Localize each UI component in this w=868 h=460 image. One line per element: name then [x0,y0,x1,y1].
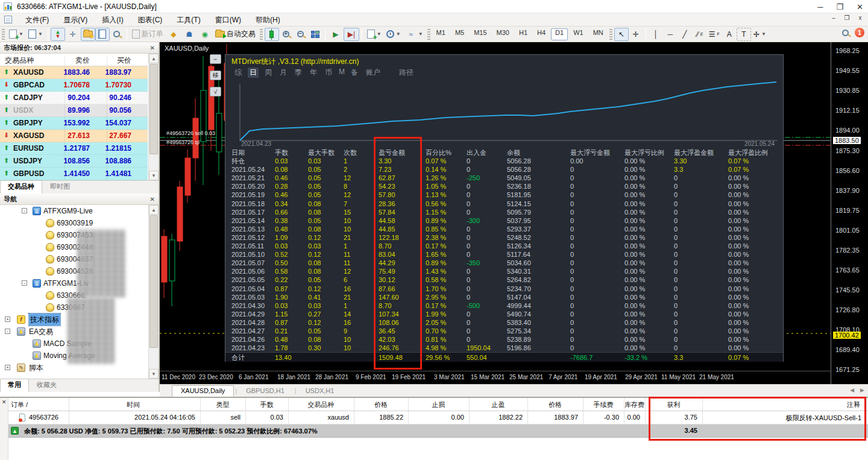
nav-item-3[interactable]: 693002448: [0,241,148,253]
symbol-row-usdjpy[interactable]: ⬆USDJPY108.856108.886 [0,155,148,168]
restore-button[interactable]: ❐ [836,2,843,11]
horizontal-line-icon[interactable]: ─ [663,28,678,41]
new-chart-button[interactable]: +▼ [7,28,26,41]
symbol-row-gbpcad[interactable]: ⬇GBPCAD1.706781.70730 [0,79,148,92]
mdi-restore-button[interactable]: ❐ [843,14,851,21]
scroll-down-icon[interactable]: ▼ [149,171,159,180]
navigator-toggle-button[interactable]: ★ [81,28,95,41]
tabs-scroll-left-icon[interactable]: ◀ [850,387,854,393]
chart-shift-button[interactable]: ▶| [344,28,359,41]
terminal-column-3[interactable]: 手数 [245,400,288,409]
terminal-column-2[interactable]: 类型 [200,400,245,409]
symbol-row-xauusd[interactable]: ⬆XAUUSD1883.461883.97 [0,66,148,79]
menu-item-3[interactable]: 图表(C) [131,13,170,27]
market-watch-close-icon[interactable]: ✕ [150,45,155,51]
terminal-column-0[interactable]: 订单 / [11,400,28,409]
symbol-row-usdx[interactable]: ⬆USDX89.99690.056 [0,104,148,117]
autotrading-button[interactable]: 自动交易 [213,28,258,41]
stats-move-button[interactable]: 移 [210,71,221,80]
channel-icon[interactable]: ⫽E [692,28,706,41]
timeframe-h1[interactable]: H1 [515,28,532,40]
terminal-column-10[interactable]: 库存费 [624,400,645,409]
tab-收藏夹[interactable]: 收藏夹 [29,379,64,392]
candle-chart-button[interactable] [265,28,279,41]
scroll-up-icon[interactable]: ▲ [149,54,159,63]
scroll-down-icon[interactable]: ▼ [149,369,159,379]
symbol-row-gbpusd[interactable]: ⬆GBPUSD1.414501.41481 [0,168,148,180]
stats-tab-年[interactable]: 年 [308,68,319,78]
price-axis[interactable]: 1968.251949.551930.851912.151894.001875.… [831,42,868,384]
timeframe-d1[interactable]: D1 [551,28,568,40]
stats-tab-季[interactable]: 季 [293,68,304,78]
terminal-close-icon[interactable]: ✕ [2,399,7,405]
stats-tab-账户[interactable]: 账户 [364,68,382,78]
chart-tab-USDX-H1[interactable]: USDX,H1 [297,385,344,397]
timeframe-m15[interactable]: M15 [470,28,491,40]
navigator-close-icon[interactable]: ✕ [150,196,155,203]
minimize-button[interactable]: ─ [817,2,823,11]
nav-item-label[interactable]: 脚本 [29,362,43,374]
navigator-scrollbar[interactable]: ▲ ▼ [148,205,159,379]
strategy-tester-button[interactable] [110,28,124,41]
signals-button[interactable]: ◉ [197,28,213,41]
tab-即时图[interactable]: 即时图 [42,180,78,194]
terminal-column-1[interactable]: 时间 [66,400,200,409]
periods-button[interactable]: ▼ [384,28,403,41]
trendline-icon[interactable]: ╱ [678,28,692,41]
menu-item-2[interactable]: 插入(I) [95,13,130,27]
zoom-out-button[interactable]: − [294,28,308,41]
nav-item-0[interactable]: -≣ATFXGM9-Live [0,205,148,217]
nav-item-4[interactable]: 693004837: [0,253,148,265]
expand-icon[interactable]: + [5,317,10,322]
new-order-button[interactable]: 新订单 [130,28,166,41]
collapse-icon[interactable]: - [22,208,27,213]
stats-tab-综[interactable]: 综 [233,68,244,78]
timeframe-m30[interactable]: M30 [492,28,514,40]
stats-tab-M[interactable]: M [337,68,347,76]
nav-item-label[interactable]: EA交易 [29,326,53,338]
tab-常用[interactable]: 常用 [0,379,29,392]
tab-交易品种[interactable]: 交易品种 [0,180,42,194]
stats-minimize-button[interactable]: − [210,54,221,64]
templates-button[interactable]: ≈▼ [403,28,426,41]
close-button[interactable]: ✕ [857,2,863,11]
mdi-close-button[interactable]: x [856,14,864,21]
stats-tab-月[interactable]: 月 [278,68,289,78]
scroll-up-icon[interactable]: ▲ [149,205,159,215]
arrows-icon[interactable]: ✢▼ [751,28,769,41]
timeframe-w1[interactable]: W1 [569,28,588,40]
menu-item-4[interactable]: 工具(T) [169,13,207,27]
symbol-row-eurusd[interactable]: ⬆EURUSD1.217871.21815 [0,142,148,155]
column-symbol[interactable]: 交易品种 [5,55,34,66]
mql-community-button[interactable]: ☗ [181,28,197,41]
symbol-row-gbpjpy[interactable]: ⬆GBPJPY153.992154.037 [0,117,148,130]
alert-badge[interactable]: 1 [855,28,864,37]
column-bid[interactable]: 卖价 [75,55,90,66]
search-icon[interactable] [842,30,849,36]
timeframe-mn[interactable]: MN [589,28,608,40]
text-icon[interactable]: A [722,28,737,41]
terminal-column-7[interactable]: 止盈 [469,400,527,409]
terminal-toggle-button[interactable] [95,28,110,41]
nav-item-label[interactable]: 技术指标 [29,313,60,326]
nav-item-1[interactable]: 693003919 [0,217,148,229]
nav-item-2[interactable]: 693007453: [0,229,148,241]
stats-tab-备[interactable]: 备 [349,68,360,78]
stats-tab-周[interactable]: 周 [263,68,274,78]
collapse-icon[interactable]: - [5,329,10,334]
chart-tab-XAUUSD-Daily[interactable]: XAUUSD,Daily [172,385,234,397]
menu-item-6[interactable]: 帮助(H) [248,13,288,27]
symbol-row-cadjpy[interactable]: ⬆CADJPY90.20490.246 [0,92,148,104]
zoom-in-button[interactable]: + [279,28,294,41]
crosshair-icon[interactable]: ✛ [629,28,643,41]
market-watch-scrollbar[interactable]: ▲ ▼ [148,54,159,180]
collapse-icon[interactable]: - [22,280,27,286]
indicators-button[interactable]: +▼ [365,28,384,41]
stats-check-button[interactable]: √ [210,87,221,96]
text-label-icon[interactable]: T [737,28,751,41]
terminal-column-9[interactable]: 手续费 [583,400,624,409]
nav-item-label[interactable]: ATFXGM9-Live [43,205,93,217]
column-ask[interactable]: 买价 [117,55,131,66]
profiles-button[interactable]: ▼ [26,28,45,41]
auto-scroll-button[interactable]: ▶ [328,28,344,41]
